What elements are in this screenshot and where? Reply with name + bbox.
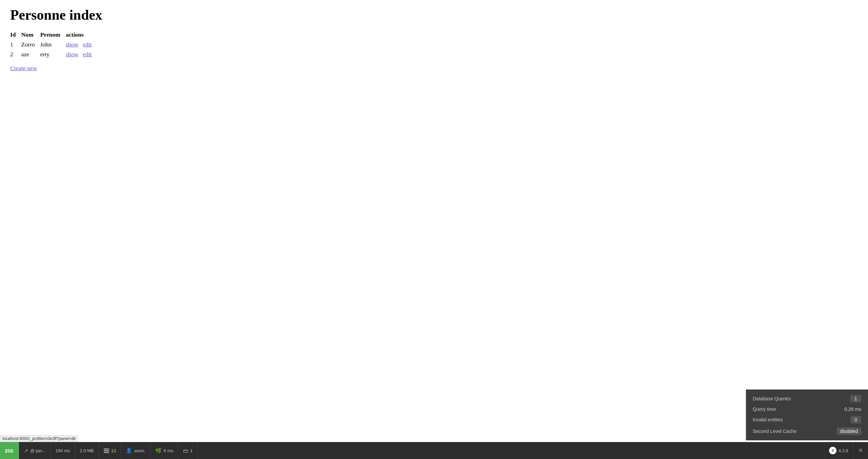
col-header-actions: actions: [66, 30, 97, 40]
edit-link-1[interactable]: edit: [83, 41, 92, 48]
create-new-link[interactable]: Create new: [10, 65, 37, 72]
personne-table: Id Nom Prenom actions 1 Zorro John show …: [10, 30, 97, 59]
main-content: Personne index Id Nom Prenom actions 1 Z…: [0, 0, 868, 79]
cell-prenom-2: erty: [40, 49, 66, 59]
show-link-2[interactable]: show: [66, 51, 78, 58]
cell-id-2: 2: [10, 49, 21, 59]
cell-nom-2: aze: [21, 49, 40, 59]
cell-nom-1: Zorro: [21, 40, 40, 49]
table-row: 2 aze erty show edit: [10, 49, 97, 59]
col-header-id: Id: [10, 30, 21, 40]
edit-link-2[interactable]: edit: [83, 51, 92, 58]
page-title: Personne index: [10, 7, 858, 23]
show-link-1[interactable]: show: [66, 41, 78, 48]
cell-prenom-1: John: [40, 40, 66, 49]
table-row: 1 Zorro John show edit: [10, 40, 97, 49]
col-header-nom: Nom: [21, 30, 40, 40]
col-header-prenom: Prenom: [40, 30, 66, 40]
cell-actions-2: show edit: [66, 49, 97, 59]
cell-actions-1: show edit: [66, 40, 97, 49]
cell-id-1: 1: [10, 40, 21, 49]
